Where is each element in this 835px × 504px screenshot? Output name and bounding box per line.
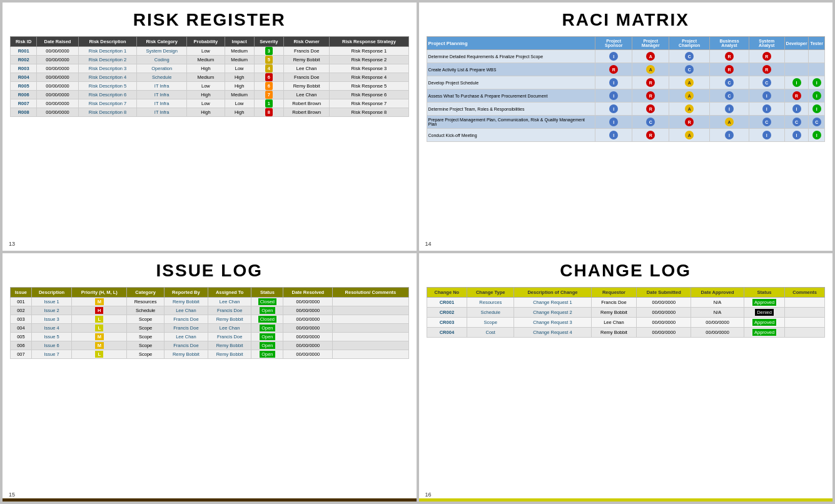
risk-id: R003 <box>11 64 37 73</box>
risk-response: Risk Response 4 <box>330 73 408 82</box>
issue-col-header: Date Resolved <box>283 288 333 298</box>
risk-owner: Remy Bobbit <box>283 56 329 64</box>
issue-cat: Scope <box>127 350 164 359</box>
risk-id: R006 <box>11 91 37 99</box>
issue-assigned: Lee Chan <box>208 324 251 333</box>
risk-date: 00/00/0000 <box>37 108 79 117</box>
table-row: 003 Issue 3 L Scope Francis Doe Remy Bob… <box>11 315 409 324</box>
change-requestor: Lee Chan <box>591 318 637 328</box>
issue-status: Open <box>251 333 283 341</box>
raci-cell: I <box>749 129 784 142</box>
risk-response: Risk Response 8 <box>330 108 408 117</box>
risk-date: 00/00/0000 <box>37 73 79 82</box>
raci-badge: I <box>792 131 801 139</box>
raci-cell: A <box>669 76 710 89</box>
risk-col-header: Severity <box>254 37 283 47</box>
table-row: R00200/00/0000Risk Description 2CodingMe… <box>11 56 409 64</box>
raci-cell: C <box>669 50 710 63</box>
risk-date: 00/00/0000 <box>37 91 79 99</box>
issue-reporter: Lee Chan <box>164 333 208 341</box>
risk-cat: IT Infra <box>137 91 187 99</box>
change-log-title: CHANGE LOG <box>427 261 826 281</box>
raci-badge: C <box>685 52 694 61</box>
change-approved: N/A <box>691 298 744 308</box>
raci-col-header: Project Sponsor <box>595 37 632 50</box>
slide-14: RACI MATRIX Project PlanningProject Spon… <box>419 3 833 251</box>
table-row: R00100/00/0000Risk Description 1System D… <box>11 47 409 56</box>
change-comments <box>785 298 825 308</box>
change-status: Approved <box>744 298 785 308</box>
risk-date: 00/00/0000 <box>37 99 79 108</box>
bottom-bar-yellow <box>419 498 833 501</box>
change-submitted: 00/00/0000 <box>637 308 691 318</box>
raci-col-header: Project Manager <box>632 37 669 50</box>
raci-col-header: System Analyst <box>749 37 784 50</box>
raci-badge: I <box>609 118 618 126</box>
raci-badge: R <box>725 65 734 74</box>
change-desc: Change Request 3 <box>514 318 592 328</box>
table-row: R00600/00/0000Risk Description 6IT Infra… <box>11 91 409 99</box>
raci-cell: R <box>632 129 669 142</box>
table-row: R00400/00/0000Risk Description 4Schedule… <box>11 73 409 82</box>
raci-cell: C <box>749 116 784 129</box>
raci-badge: I <box>812 78 821 87</box>
raci-cell <box>784 63 809 76</box>
raci-cell: I <box>749 89 784 103</box>
issue-cat: Scope <box>127 315 164 324</box>
risk-owner: Robert Brown <box>283 99 329 108</box>
risk-response: Risk Response 5 <box>330 82 408 91</box>
risk-desc: Risk Description 6 <box>78 91 137 99</box>
issue-priority: M <box>72 341 127 350</box>
raci-badge: A <box>685 104 694 113</box>
raci-cell: I <box>809 103 825 116</box>
change-col-header: Date Submitted <box>637 288 691 298</box>
issue-num: 007 <box>11 350 32 359</box>
table-row: 005 Issue 5 M Scope Lee Chan Francis Doe… <box>11 333 409 341</box>
issue-assigned: Francis Doe <box>208 333 251 341</box>
slide-number-14: 14 <box>425 241 432 247</box>
raci-badge: I <box>762 131 771 139</box>
raci-badge: A <box>646 65 655 74</box>
raci-col-header: Developer <box>784 37 809 50</box>
raci-badge: I <box>609 91 618 100</box>
raci-cell: R <box>632 89 669 103</box>
risk-col-header: Risk ID <box>11 37 37 47</box>
raci-badge: I <box>725 131 734 139</box>
change-status: Approved <box>744 328 785 338</box>
issue-status: Closed <box>251 315 283 324</box>
raci-cell: R <box>632 103 669 116</box>
issue-reporter: Lee Chan <box>164 306 208 315</box>
risk-cat: IT Infra <box>137 82 187 91</box>
issue-desc: Issue 1 <box>31 298 72 306</box>
issue-reporter: Remy Bobbit <box>164 350 208 359</box>
table-row: CR003 Scope Change Request 3 Lee Chan 00… <box>427 318 825 328</box>
risk-severity: 1 <box>254 99 283 108</box>
change-comments <box>785 308 825 318</box>
raci-badge: A <box>685 131 694 139</box>
risk-severity: 3 <box>254 47 283 56</box>
risk-impact: High <box>225 73 254 82</box>
raci-cell: I <box>809 129 825 142</box>
risk-table: Risk IDDate RaisedRisk DescriptionRisk C… <box>10 36 409 117</box>
table-row: CR002 Schedule Change Request 2 Remy Bob… <box>427 308 825 318</box>
raci-cell: I <box>809 89 825 103</box>
raci-cell: I <box>595 129 632 142</box>
issue-col-header: Category <box>127 288 164 298</box>
raci-badge: I <box>609 78 618 87</box>
issue-desc: Issue 5 <box>31 333 72 341</box>
raci-badge: A <box>725 118 734 126</box>
issue-assigned: Remy Bobbit <box>208 350 251 359</box>
issue-desc: Issue 6 <box>31 341 72 350</box>
risk-impact: Medium <box>225 47 254 56</box>
raci-cell: C <box>669 63 710 76</box>
raci-col-header: Project Champion <box>669 37 710 50</box>
table-row: Determine Detailed Requirements & Finali… <box>427 50 825 63</box>
raci-cell: A <box>632 50 669 63</box>
raci-cell: A <box>669 103 710 116</box>
risk-id: R007 <box>11 99 37 108</box>
raci-cell: I <box>595 103 632 116</box>
risk-col-header: Risk Description <box>78 37 137 47</box>
table-row: Assess What To Purchase & Prepare Procur… <box>427 89 825 103</box>
risk-owner: Robert Brown <box>283 108 329 117</box>
raci-cell: R <box>710 63 749 76</box>
